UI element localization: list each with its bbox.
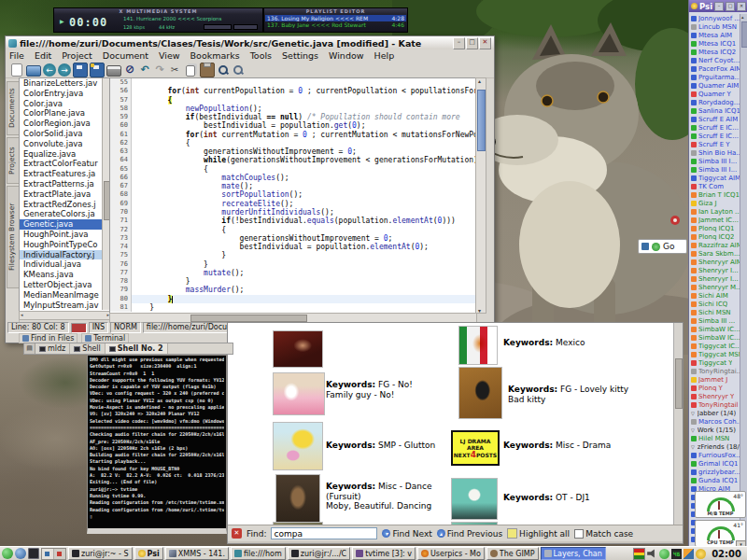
flag-icon[interactable] bbox=[633, 548, 645, 560]
roster-contact[interactable]: FurriousFox... bbox=[690, 452, 740, 460]
file-list-item[interactable]: BinarizeLetters.jav bbox=[20, 78, 110, 89]
rooster-thumbnail[interactable] bbox=[458, 326, 498, 365]
checkbox-icon[interactable] bbox=[574, 529, 584, 539]
roster-contact[interactable]: Simba III I... bbox=[690, 165, 740, 174]
find-previous-button[interactable]: ▴Find Previous bbox=[437, 529, 502, 539]
roster-contact[interactable]: Tiggycat MSN bbox=[690, 351, 740, 359]
djcat-thumbnail[interactable] bbox=[451, 478, 498, 520]
roster-contact[interactable]: Plonq ICQ1 bbox=[690, 224, 740, 232]
roster-contact[interactable]: Shin Bio Ha... bbox=[690, 148, 740, 157]
fursuit-thumbnail[interactable] bbox=[275, 474, 320, 525]
menu-file[interactable]: File bbox=[9, 50, 24, 61]
file-list-item[interactable]: Color.java bbox=[20, 99, 110, 109]
roster-contact[interactable]: Tiggycat Y bbox=[690, 359, 740, 368]
xmms-main-window[interactable]: X MULTIMEDIA SYSTEM ▶ 00:00 141. Hurrica… bbox=[53, 7, 263, 33]
minimize-button[interactable]: – bbox=[714, 2, 724, 11]
roster-contact[interactable]: Simba III ... bbox=[690, 317, 740, 326]
roster-contact[interactable]: Jammet IC... bbox=[690, 216, 740, 224]
file-list-item[interactable]: Individual.java bbox=[20, 259, 110, 270]
browser-window[interactable]: Keywords: MexicoKeywords: FG - No!Family… bbox=[227, 322, 684, 544]
roster-scrollbar[interactable] bbox=[740, 14, 747, 546]
roster-contact[interactable]: TonyRingtail Y bbox=[690, 401, 740, 410]
file-list-item[interactable]: Genetic.java bbox=[20, 219, 110, 230]
roster-contact[interactable]: Shenryyr AIM bbox=[690, 258, 740, 266]
close-icon[interactable]: ✕ bbox=[232, 528, 242, 539]
xmms-titlebar[interactable]: X MULTIMEDIA SYSTEM bbox=[54, 8, 262, 14]
roster-contact[interactable]: Marcos Coh... bbox=[690, 418, 740, 427]
file-list-item[interactable]: ColorPlane.java bbox=[20, 108, 110, 119]
open-document-icon[interactable] bbox=[26, 65, 41, 77]
file-list-item[interactable]: LetterObject.java bbox=[20, 280, 110, 290]
file-list-item[interactable]: MyInputStream.jav bbox=[20, 301, 110, 311]
menu-edit[interactable]: Edit bbox=[35, 50, 51, 61]
roster-contact[interactable]: Scruff E AIM bbox=[690, 115, 740, 123]
sidebar-tab-projects[interactable]: Projects bbox=[7, 137, 20, 184]
stop-icon[interactable] bbox=[123, 63, 136, 77]
find-next-icon[interactable] bbox=[232, 63, 245, 77]
kate-window[interactable]: file:///home/zuri/Documents/Clases/Tesis… bbox=[5, 35, 495, 343]
task-button[interactable]: Userpics - Mo bbox=[417, 547, 485, 560]
document-list[interactable]: BinarizeLetters.javColorEntry.javaColor.… bbox=[19, 77, 111, 313]
file-list-item[interactable]: ExtractPatterns.ja bbox=[20, 179, 110, 189]
match-case-checkbox[interactable]: Match case bbox=[574, 529, 633, 539]
editor-vscrollbar[interactable] bbox=[475, 77, 486, 314]
undo-icon[interactable] bbox=[138, 63, 151, 77]
playlist-item[interactable]: 136. Losing My Religion <<<< REM4:28 bbox=[265, 15, 406, 21]
redo-icon[interactable] bbox=[153, 63, 166, 77]
task-button[interactable]: zuri@jr:/.../C bbox=[288, 547, 350, 560]
roster-contact[interactable]: Sichi ICQ bbox=[690, 301, 740, 309]
roster-contact[interactable]: Quamer Y bbox=[690, 90, 740, 98]
sidebar-tab-filesystem-browser[interactable]: Filesystem Browser bbox=[7, 186, 20, 288]
konsole-terminal[interactable]: DMO dll might use previous sample when r… bbox=[87, 355, 227, 534]
psi-roster-window[interactable]: Psi – □ ✕ Jonnywoof ...Lincub MSNMtesa A… bbox=[688, 0, 747, 546]
file-list-item[interactable]: IndividualFactory.j bbox=[20, 250, 110, 260]
roster-contact[interactable]: Razzifraz AIM bbox=[690, 241, 740, 249]
sidebar-tab-documents[interactable]: Documents bbox=[7, 81, 20, 135]
homer-thumbnail[interactable] bbox=[273, 422, 323, 470]
save-as-icon[interactable] bbox=[90, 63, 105, 77]
roster-contact[interactable]: Grimal ICQ1 bbox=[690, 460, 740, 469]
roster-contact[interactable]: Scruff E IC... bbox=[690, 123, 740, 132]
roster-contact[interactable]: Ian Layton ... bbox=[690, 207, 740, 216]
ljdrama-thumbnail[interactable]: LJ DRAMAAREANEXT4POSTS bbox=[451, 430, 500, 466]
task-button[interactable]: zuri@jr:~ - S bbox=[68, 547, 133, 560]
keyboard-layout-icon[interactable]: ЧБ bbox=[671, 549, 682, 559]
roster-contact[interactable]: Brian T ICQ1 bbox=[690, 190, 740, 199]
roster-contact[interactable]: Scruff E IC... bbox=[690, 132, 740, 140]
roster-contact[interactable]: Tiggycat AIM bbox=[690, 174, 740, 182]
roster-contact[interactable]: grizzlybear... bbox=[690, 469, 740, 477]
kate-titlebar[interactable]: file:///home/zuri/Documents/Clases/Tesis… bbox=[6, 36, 494, 50]
roster-contact[interactable]: Quamer AIM bbox=[690, 81, 740, 90]
print-icon[interactable] bbox=[106, 65, 121, 77]
file-list-item[interactable]: Equalize.java bbox=[20, 149, 110, 160]
terminal-launcher-icon[interactable] bbox=[28, 548, 39, 559]
roster-contact[interactable]: Sanlina ICQ1 bbox=[690, 106, 740, 115]
scrollbar-thumb[interactable] bbox=[190, 315, 307, 322]
file-list-item[interactable]: ExtractFeatures.ja bbox=[20, 169, 110, 179]
copy-icon[interactable] bbox=[186, 65, 195, 77]
scrollbar-thumb[interactable] bbox=[477, 90, 486, 151]
go-icon[interactable] bbox=[652, 243, 660, 251]
menu-window[interactable]: Window bbox=[329, 50, 363, 61]
roster-contact[interactable]: Shenryyr I... bbox=[690, 274, 740, 283]
roster-contact[interactable]: Gunda ICQ1 bbox=[690, 477, 740, 485]
pager-desktop-2[interactable] bbox=[54, 549, 65, 559]
file-list-item[interactable]: ColorRegion.java bbox=[20, 119, 110, 129]
menu-view[interactable]: View bbox=[159, 50, 180, 61]
roster-contact[interactable]: Jammet J bbox=[690, 376, 740, 385]
file-list-item[interactable]: ExtractRedZones.j bbox=[20, 200, 110, 210]
highlight-all-button[interactable]: Highlight all bbox=[507, 528, 570, 539]
menu-help[interactable]: Help bbox=[374, 50, 395, 61]
roster-contact[interactable]: SimbaW IC... bbox=[690, 334, 740, 343]
forward-icon[interactable] bbox=[58, 63, 71, 77]
roster-contact[interactable]: Hilel MSN bbox=[690, 435, 740, 443]
desktop-pager[interactable] bbox=[41, 548, 66, 560]
roster-group[interactable]: Jabber (1/4) bbox=[690, 410, 740, 418]
task-button[interactable]: Layers, Chan bbox=[541, 547, 606, 560]
playlist-item[interactable]: 137. Baby Jane <<<< Rod Stewart4:46 bbox=[265, 21, 406, 28]
volume-icon[interactable] bbox=[647, 549, 657, 559]
menu-settings[interactable]: Settings bbox=[282, 50, 318, 61]
roster-contact[interactable]: Lincub MSN bbox=[690, 22, 740, 31]
filelist-hscrollbar[interactable] bbox=[19, 311, 111, 320]
maximize-button[interactable]: □ bbox=[466, 37, 478, 49]
